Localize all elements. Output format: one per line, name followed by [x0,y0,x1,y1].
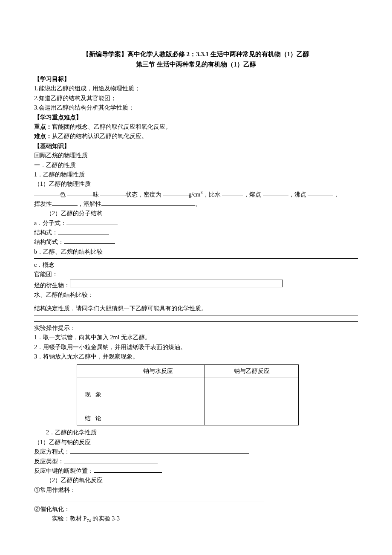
blank-break [94,467,162,473]
eq-line: 反应方程式： [34,447,358,457]
key-label: 重点： [34,124,52,130]
th-ethanol: 钠与乙醇反应 [205,364,299,378]
derivative-label: 烃的衍生物： [34,282,70,289]
struct-simple-line: 结构简式： [34,237,358,247]
cell-conclusion-water [111,412,205,425]
cell-conclusion-ethanol [205,412,299,425]
blank-eq [70,448,249,454]
exp-ref-prefix: 实验：教材 P [52,515,86,522]
blank-derivative-box [70,280,283,287]
sec1: 一．乙醇的性质 [34,161,358,170]
r2: （2）乙醇的氧化反应 [34,476,358,485]
b-line: b．乙醇、乙烷的结构比较 [34,247,358,257]
label-comma: ， [333,191,339,197]
blank-funcgroup [58,270,280,276]
row-phenomenon-label: 现 象 [77,378,111,412]
sec2: 2．乙醇的化学性质 [34,428,358,437]
phys-line2: 挥发性，溶解性。 [34,199,358,209]
blank-density [163,190,189,196]
cell-phenomenon-water [111,378,205,412]
step-1: 1．取一支试管，向其中加入 2ml 无水乙醇。 [34,333,358,342]
objectives-head: 【学习目标】 [34,75,358,84]
focus-diff: 难点：从乙醇的结构认识乙醇的氧化反应。 [34,132,358,141]
th-blank [77,364,111,378]
label-period: 。 [195,201,201,207]
label-bp: ，沸点 [288,191,306,197]
struct-formula-label: 结构式： [34,229,58,236]
struct-simple-label: 结构简式： [34,239,64,245]
step-3: 3．将钠放入无水乙醇中，并观察现象。 [34,352,358,361]
review-line: 回顾乙烷的物理性质 [34,151,358,160]
derivative-line: 烃的衍生物： [34,280,358,290]
r1: （1）乙醇与钠的反应 [34,438,358,447]
blank-state [100,190,126,196]
objective-3: 3.会运用乙醇的结构分析其化学性质； [34,103,358,113]
blank-taste [67,190,93,196]
blank-bp [308,190,333,196]
row-conclusion-label: 结 论 [77,412,111,425]
blank-cmpwater [222,190,243,196]
guess-line: 结构决定性质，请同学们大胆猜想一下乙醇可能具有的化学性质。 [34,304,358,313]
cat-line: ②催化氧化： [34,505,358,514]
blank-struct [58,228,109,234]
type-label: 反应类型： [34,458,64,465]
blank-molecular [66,219,118,225]
step-2: 2．用镊子取用一小粒金属钠，并用滤纸吸干表面的煤油。 [34,343,358,352]
basics-head: 【基础知识】 [34,142,358,151]
exp-ref-sub: 74 [86,518,91,523]
blank-volatile [52,200,78,206]
label-unit: g/cm [189,191,201,197]
label-taste: 味 [93,191,99,197]
a-label: a．分子式： [34,220,66,226]
th-water: 钠与水反应 [111,364,205,378]
label-volatile: 挥发性 [34,201,52,207]
diff-text: 从乙醇的结构认识乙醇的氧化反应。 [52,133,147,139]
title-line-1: 【新编导学案】高中化学人教版必修 2：3.3.1 生活中两种常见的有机物（1）乙… [34,49,358,59]
diff-label: 难点： [34,133,52,139]
key-text: 官能团的概念、乙醇的取代反应和氧化反应。 [52,124,171,130]
exp-ref-suffix: 的实验 3-3 [91,515,120,522]
sec1-1: 1．乙醇的物理性质 [34,170,358,179]
phys-line1: 色 味 状态，密度为 g/cm3，比水 ，熔点 ，沸点 ， [34,189,358,199]
divider-2 [34,302,358,302]
struct-formula-line: 结构式： [34,228,358,237]
fuel-line: ①常用作燃料： [34,486,358,495]
sec1-1-1: （1）乙醇的物理性质 [34,179,358,189]
label-sol: ，溶解性 [78,201,101,207]
blank-struct-simple [64,238,115,244]
blank-sol [101,200,195,206]
cell-phenomenon-ethanol [205,378,299,412]
exp-ref-line: 实验：教材 P74 的实验 3-3 [34,514,358,524]
tips-head: 实验操作提示： [34,324,358,333]
break-label: 反应中键的断裂位置： [34,468,94,474]
title-line-2: 第三节 生活中两种常见的有机物（1）乙醇 [34,59,358,69]
eq-label: 反应方程式： [34,448,70,455]
label-cmpwater: ，比水 [203,191,221,197]
divider-4 [34,321,358,322]
a-line: a．分子式： [34,219,358,228]
objective-1: 1.能说出乙醇的组成，用途及物理性质； [34,84,358,93]
experiment-table: 钠与水反应 钠与乙醇反应 现 象 结 论 [77,364,299,426]
blank-type [64,457,158,463]
label-mp: ，熔点 [243,191,261,197]
blank-fuel-line [34,495,358,504]
divider-1 [34,258,358,259]
c-line: c．概念 [34,260,358,270]
type-line: 反应类型： [34,457,358,466]
blank-fuel [34,495,264,501]
objective-2: 2.知道乙醇的结构及其官能团； [34,94,358,103]
label-state: 状态，密度为 [126,191,161,197]
blank-color [34,190,60,196]
sec1-1-2: （2）乙醇的分子结构 [34,209,358,218]
func-group-line: 官能团： [34,270,358,279]
focus-head: 【学习重点难点】 [34,113,358,122]
focus-key: 重点：官能团的概念、乙醇的取代反应和氧化反应。 [34,122,358,132]
func-group-label: 官能团： [34,271,58,278]
label-color: 色 [60,191,66,197]
break-line: 反应中键的断裂位置： [34,466,358,476]
divider-3 [34,315,358,315]
water-cmp-line: 水、乙醇的结构比较： [34,290,358,300]
blank-mp [263,190,288,196]
